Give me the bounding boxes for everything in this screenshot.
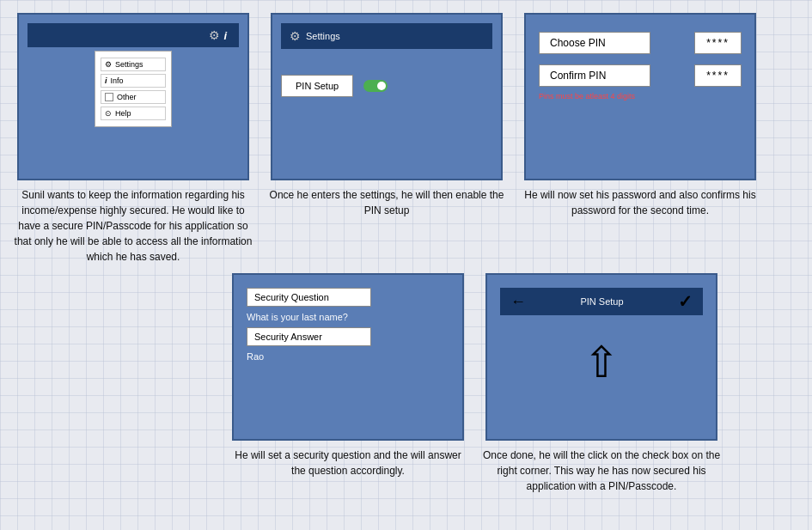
step1-topbar: ⚙ i bbox=[27, 23, 239, 47]
step5-topbar: ← PIN Setup ✓ bbox=[500, 288, 703, 315]
step2-topbar-label: Settings bbox=[306, 31, 340, 41]
step-3-block: Choose PIN **** Confirm PIN **** Pins mu… bbox=[520, 13, 760, 218]
step5-caption: Once done, he will the click on the chec… bbox=[481, 448, 722, 494]
step2-gear-icon: ⚙ bbox=[290, 29, 301, 43]
step5-topbar-title: PIN Setup bbox=[580, 296, 623, 307]
security-answer-box: Security Answer Rao bbox=[247, 327, 449, 362]
pin-toggle-row: PIN Setup bbox=[281, 75, 492, 97]
step4-caption: He will set a security question and the … bbox=[228, 448, 468, 478]
step1-caption: Sunil wants to keep the information rega… bbox=[13, 187, 253, 265]
step3-caption: He will now set his password and also co… bbox=[520, 187, 760, 218]
security-question-text: What is your last name? bbox=[247, 312, 449, 322]
menu-item-settings[interactable]: ⚙ Settings bbox=[101, 58, 166, 71]
clock-icon: ⊙ bbox=[105, 109, 112, 118]
settings-gear-icon: ⚙ bbox=[209, 28, 220, 42]
step1-frame: ⚙ i ⚙ Settings i Info bbox=[17, 13, 249, 180]
security-question-box: Security Question What is your last name… bbox=[247, 288, 449, 322]
menu-item-help[interactable]: ⊙ Help bbox=[101, 107, 166, 120]
step2-topbar: ⚙ Settings bbox=[281, 23, 492, 49]
step2-caption: Once he enters the settings, he will the… bbox=[266, 187, 507, 218]
info-icon: i bbox=[105, 76, 107, 85]
step2-frame: ⚙ Settings PIN Setup bbox=[271, 13, 503, 180]
choose-pin-label: Choose PIN bbox=[539, 32, 650, 54]
step-1-block: ⚙ i ⚙ Settings i Info bbox=[13, 13, 253, 265]
choose-pin-input[interactable]: **** bbox=[694, 32, 742, 54]
back-arrow-icon[interactable]: ← bbox=[510, 293, 526, 311]
row-2: Security Question What is your last name… bbox=[13, 273, 799, 494]
step1-menu-container: ⚙ Settings i Info Other ⊙ bbox=[27, 51, 239, 127]
main-container: ⚙ i ⚙ Settings i Info bbox=[13, 13, 799, 494]
confirm-pin-input[interactable]: **** bbox=[694, 64, 742, 87]
security-answer-text: Rao bbox=[247, 351, 449, 362]
info-icon: i bbox=[223, 29, 227, 42]
step5-frame: ← PIN Setup ✓ ⇧ bbox=[485, 273, 717, 441]
pin-toggle[interactable] bbox=[363, 80, 388, 92]
security-question-label: Security Question bbox=[247, 288, 371, 307]
choose-pin-row: Choose PIN **** bbox=[539, 32, 742, 54]
menu-settings-label: Settings bbox=[115, 60, 143, 69]
checkmark-icon[interactable]: ✓ bbox=[678, 291, 693, 312]
step-4-block: Security Question What is your last name… bbox=[228, 273, 468, 478]
row-1: ⚙ i ⚙ Settings i Info bbox=[13, 13, 799, 265]
step-2-block: ⚙ Settings PIN Setup Once he enters the … bbox=[266, 13, 507, 218]
step4-frame: Security Question What is your last name… bbox=[232, 273, 464, 441]
menu-info-label: Info bbox=[111, 76, 124, 85]
confirm-pin-row: Confirm PIN **** bbox=[539, 64, 742, 87]
pin-setup-button[interactable]: PIN Setup bbox=[281, 75, 353, 97]
menu-item-info[interactable]: i Info bbox=[101, 74, 166, 88]
gear-icon: ⚙ bbox=[105, 60, 112, 69]
step-5-block: ← PIN Setup ✓ ⇧ Once done, he will the c… bbox=[481, 273, 722, 494]
menu-other-label: Other bbox=[117, 93, 137, 101]
pin-error-text: Pins must be atleast 4 digits bbox=[539, 92, 742, 101]
checkbox-icon bbox=[105, 93, 113, 101]
menu-help-label: Help bbox=[115, 109, 131, 118]
step3-frame: Choose PIN **** Confirm PIN **** Pins mu… bbox=[524, 13, 756, 180]
upload-arrow-icon: ⇧ bbox=[583, 341, 620, 384]
confirm-pin-label: Confirm PIN bbox=[539, 64, 650, 87]
step1-menu: ⚙ Settings i Info Other ⊙ bbox=[95, 51, 172, 127]
security-answer-label: Security Answer bbox=[247, 327, 371, 346]
menu-item-other[interactable]: Other bbox=[101, 90, 166, 104]
